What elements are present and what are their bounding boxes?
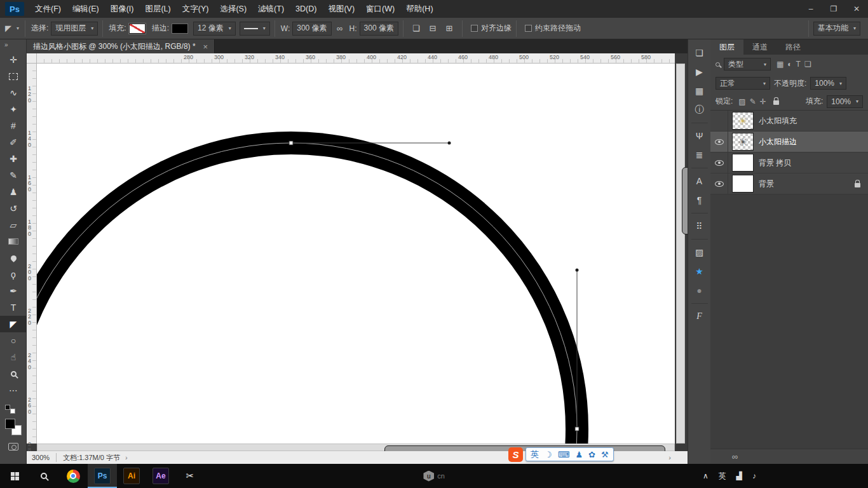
canvas-artwork[interactable] xyxy=(37,64,675,444)
select-mode-dropdown[interactable]: 现用图层▾ xyxy=(51,22,98,36)
layer-visibility-toggle[interactable] xyxy=(710,132,728,152)
sogou-icon-0[interactable]: 英 xyxy=(531,449,539,460)
eyedropper-tool[interactable]: ✐ xyxy=(0,134,27,151)
layer-row[interactable]: 背景 xyxy=(710,173,868,194)
status-chevron-icon[interactable]: › xyxy=(125,454,128,461)
more-tools[interactable]: ⋯ xyxy=(0,382,27,398)
lasso-tool[interactable]: ∿ xyxy=(0,85,27,101)
sogou-logo-icon[interactable]: S xyxy=(508,447,523,462)
healing-tool[interactable]: ✚ xyxy=(0,151,27,167)
layer-filter-icon-3[interactable]: ❏ xyxy=(804,60,811,69)
panel-tab-0[interactable]: 图层 xyxy=(710,39,743,55)
lock-option-icon-2[interactable]: ✛ xyxy=(760,97,766,106)
stroke-width-input[interactable]: 12 像素▾ xyxy=(193,22,236,36)
adjustments-panel-icon[interactable]: Ψ xyxy=(688,126,711,146)
layer-filter-icon-1[interactable]: ◐ xyxy=(787,60,792,69)
fill-opacity-dropdown[interactable]: 100%▾ xyxy=(827,95,863,108)
start-button[interactable] xyxy=(0,464,29,488)
marquee-tool[interactable] xyxy=(0,68,27,85)
layer-row[interactable]: 背景 拷贝 xyxy=(710,152,868,173)
history-panel-icon[interactable]: ❏ xyxy=(688,43,711,62)
tray-volume-icon[interactable]: ♪ xyxy=(752,471,756,480)
after-effects-app[interactable]: Ae xyxy=(146,464,175,488)
restore-button[interactable]: ❐ xyxy=(822,0,845,18)
layer-thumbnail[interactable] xyxy=(732,154,754,172)
layer-filter-icon-2[interactable]: T xyxy=(796,60,801,69)
pen-tool[interactable]: ✒ xyxy=(0,283,27,299)
photoshop-app[interactable]: Ps xyxy=(88,464,117,488)
filter-type-dropdown[interactable]: 类型▾ xyxy=(724,58,771,71)
lock-all-icon[interactable] xyxy=(773,100,779,105)
align-edges-checkbox[interactable] xyxy=(471,25,478,32)
path-select-tool[interactable]: ◤ xyxy=(0,316,27,332)
menu-item-10[interactable]: 帮助(H) xyxy=(400,0,438,18)
menu-item-7[interactable]: 3D(D) xyxy=(290,0,322,18)
tray-network-icon[interactable]: ▟ xyxy=(736,471,742,480)
type-tool[interactable]: T xyxy=(0,299,27,316)
stamp-tool[interactable]: ♟ xyxy=(0,184,27,200)
status-chevron-right-icon[interactable]: › xyxy=(668,454,671,461)
menu-item-4[interactable]: 文字(Y) xyxy=(177,0,215,18)
shape-tool[interactable]: ○ xyxy=(0,332,27,349)
histogram-panel-icon[interactable]: ▦ xyxy=(688,81,711,100)
crop-tool[interactable]: # xyxy=(0,118,27,134)
stock-panel-icon[interactable]: ● xyxy=(688,281,711,300)
minimize-button[interactable]: – xyxy=(799,0,822,18)
vertical-ruler[interactable]: 120140160180200220240260280 xyxy=(27,64,37,444)
menu-item-2[interactable]: 图像(I) xyxy=(105,0,140,18)
layer-thumbnail[interactable]: ☀ xyxy=(732,133,754,151)
lock-option-icon-0[interactable]: ▨ xyxy=(738,97,745,106)
layer-thumbnail[interactable] xyxy=(732,175,754,193)
width-input[interactable]: 300 像素 xyxy=(292,22,331,36)
sogou-icon-4[interactable]: ✿ xyxy=(588,450,595,459)
sogou-icon-2[interactable]: ⌨ xyxy=(558,450,570,459)
lock-option-icon-1[interactable]: ✎ xyxy=(750,97,756,106)
hand-tool[interactable]: ☝ xyxy=(0,349,27,365)
link-layers-icon[interactable]: ∞ xyxy=(732,452,738,461)
canvas[interactable] xyxy=(37,64,675,444)
menu-item-3[interactable]: 图层(L) xyxy=(139,0,176,18)
panel-tab-2[interactable]: 路径 xyxy=(776,39,810,55)
close-button[interactable]: ✕ xyxy=(845,0,868,18)
path-operations-button[interactable]: ❏ xyxy=(408,22,424,36)
chrome-app[interactable] xyxy=(58,464,88,488)
dodge-tool[interactable]: ϙ xyxy=(0,266,27,283)
constrain-path-checkbox[interactable] xyxy=(525,25,532,32)
zoom-level[interactable]: 300% xyxy=(32,454,50,461)
actions-panel-icon[interactable]: ▶ xyxy=(688,62,711,81)
sogou-icon-5[interactable]: ⚒ xyxy=(601,450,609,459)
tray-expand-icon[interactable]: ∧ xyxy=(703,471,709,480)
brush-tool[interactable]: ✎ xyxy=(0,167,27,184)
stroke-swatch[interactable] xyxy=(172,24,188,34)
swatches-panel-icon[interactable]: ⠿ xyxy=(688,217,711,236)
sogou-icon-3[interactable]: ♟ xyxy=(575,450,583,459)
workspace-dropdown[interactable]: 基本功能▾ xyxy=(813,22,860,36)
menu-item-8[interactable]: 视图(V) xyxy=(322,0,360,18)
layer-filter-icon-0[interactable]: ▦ xyxy=(776,60,783,69)
document-tab[interactable]: 描边风格小图标 @ 300% (小太阳描边, RGB/8) * × xyxy=(27,39,215,53)
menu-item-1[interactable]: 编辑(E) xyxy=(67,0,105,18)
blend-mode-dropdown[interactable]: 正常▾ xyxy=(715,77,770,90)
gradient-tool[interactable] xyxy=(0,233,27,250)
zoom-tool[interactable] xyxy=(0,365,27,382)
illustrator-app[interactable]: Ai xyxy=(117,464,146,488)
horizontal-ruler[interactable]: 2803003203403603804004204404604805005205… xyxy=(37,53,675,64)
menu-item-6[interactable]: 滤镜(T) xyxy=(252,0,290,18)
paragraph-panel-icon[interactable]: ¶ xyxy=(688,191,711,210)
properties-panel-icon[interactable]: ≣ xyxy=(688,146,711,165)
info-panel-icon[interactable]: ⓘ xyxy=(688,100,711,119)
tray-ime-indicator[interactable]: 英 xyxy=(719,471,726,482)
layer-visibility-toggle[interactable] xyxy=(710,152,728,173)
quick-select-tool[interactable]: ✦ xyxy=(0,101,27,118)
snip-app[interactable]: ✂ xyxy=(175,464,205,488)
panel-tab-1[interactable]: 通道 xyxy=(743,39,776,55)
layer-row[interactable]: ☀小太阳填充 xyxy=(710,111,868,132)
path-alignment-button[interactable]: ⊟ xyxy=(424,22,441,36)
menu-item-0[interactable]: 文件(F) xyxy=(29,0,67,18)
default-colors-icon[interactable] xyxy=(5,405,15,414)
vertical-scrollbar[interactable] xyxy=(676,64,685,444)
menu-item-9[interactable]: 窗口(W) xyxy=(360,0,400,18)
fill-swatch[interactable] xyxy=(129,24,146,34)
layer-visibility-toggle[interactable] xyxy=(710,173,728,194)
patterns-panel-icon[interactable]: ▨ xyxy=(688,243,711,262)
